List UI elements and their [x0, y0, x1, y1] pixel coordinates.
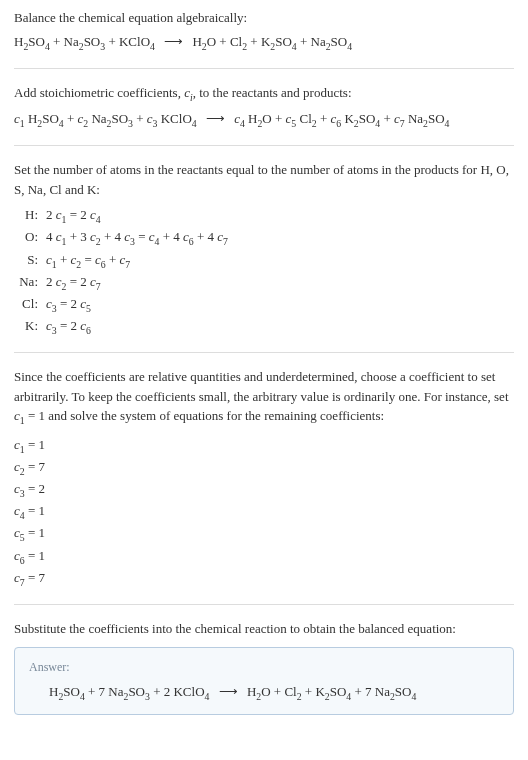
coefficient-line: c5 = 1 [14, 523, 514, 545]
solve-text: Since the coefficients are relative quan… [14, 367, 514, 428]
atom-equation: 4 c1 + 3 c2 + 4 c3 = c4 + 4 c6 + 4 c7 [46, 227, 514, 249]
coefficient-line: c4 = 1 [14, 501, 514, 523]
atom-equation: c3 = 2 c6 [46, 316, 514, 338]
stoich-text: Add stoichiometric coefficients, ci, to … [14, 83, 514, 105]
coefficient-line: c3 = 2 [14, 479, 514, 501]
atom-equation: 2 c2 = 2 c7 [46, 272, 514, 294]
atom-equation: c1 + c2 = c6 + c7 [46, 250, 514, 272]
final-text: Substitute the coefficients into the che… [14, 619, 514, 639]
intro-text: Balance the chemical equation algebraica… [14, 8, 514, 28]
atom-row: K: c3 = 2 c6 [18, 316, 514, 338]
atoms-section: Set the number of atoms in the reactants… [14, 160, 514, 353]
atom-label: Na: [18, 272, 46, 292]
coefficient-line: c1 = 1 [14, 435, 514, 457]
coefficient-list: c1 = 1 c2 = 7 c3 = 2 c4 = 1 c5 = 1 c6 = … [14, 435, 514, 590]
atom-label: S: [18, 250, 46, 270]
final-section: Substitute the coefficients into the che… [14, 619, 514, 715]
atom-row: O: 4 c1 + 3 c2 + 4 c3 = c4 + 4 c6 + 4 c7 [18, 227, 514, 249]
stoich-equation: c1 H2SO4 + c2 Na2SO3 + c3 KClO4 ⟶ c4 H2O… [14, 109, 514, 131]
unbalanced-equation: H2SO4 + Na2SO3 + KClO4 ⟶ H2O + Cl2 + K2S… [14, 32, 514, 54]
atom-equation: 2 c1 = 2 c4 [46, 205, 514, 227]
coefficient-line: c7 = 7 [14, 568, 514, 590]
stoich-section: Add stoichiometric coefficients, ci, to … [14, 83, 514, 146]
answer-box: Answer: H2SO4 + 7 Na2SO3 + 2 KClO4 ⟶ H2O… [14, 647, 514, 715]
atom-row: Cl: c3 = 2 c5 [18, 294, 514, 316]
coefficient-line: c2 = 7 [14, 457, 514, 479]
atoms-text: Set the number of atoms in the reactants… [14, 160, 514, 199]
atom-label: Cl: [18, 294, 46, 314]
atom-row: S: c1 + c2 = c6 + c7 [18, 250, 514, 272]
atom-label: O: [18, 227, 46, 247]
balanced-equation: H2SO4 + 7 Na2SO3 + 2 KClO4 ⟶ H2O + Cl2 +… [29, 682, 499, 704]
atom-row: Na: 2 c2 = 2 c7 [18, 272, 514, 294]
solve-section: Since the coefficients are relative quan… [14, 367, 514, 605]
atom-row: H: 2 c1 = 2 c4 [18, 205, 514, 227]
atom-equation: c3 = 2 c5 [46, 294, 514, 316]
answer-label: Answer: [29, 658, 499, 676]
atom-label: H: [18, 205, 46, 225]
intro-section: Balance the chemical equation algebraica… [14, 8, 514, 69]
atom-equations-table: H: 2 c1 = 2 c4 O: 4 c1 + 3 c2 + 4 c3 = c… [18, 205, 514, 338]
coefficient-line: c6 = 1 [14, 546, 514, 568]
atom-label: K: [18, 316, 46, 336]
